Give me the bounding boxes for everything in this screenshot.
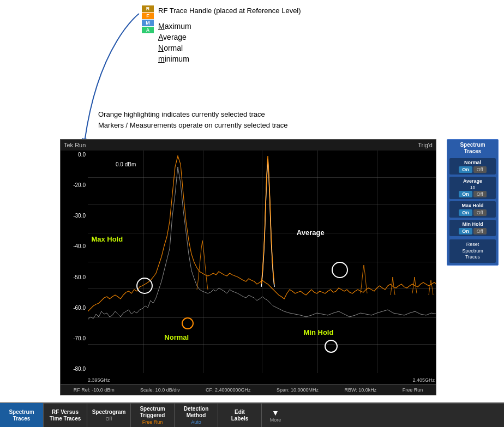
toolbar-spectrogram[interactable]: Spectrogram Off	[87, 403, 131, 427]
reset-spectrum-traces-button[interactable]: ResetSpectrumTraces	[449, 239, 496, 263]
trace-maxhold-on-button[interactable]: On	[459, 209, 472, 216]
toolbar-more[interactable]: ▼ More	[262, 403, 289, 427]
trace-minhold-buttons: On Off	[451, 228, 494, 234]
spectrum-traces-svg	[88, 151, 436, 373]
trace-item-normal: Normal	[158, 44, 191, 52]
ylabel-2: -30.0	[63, 213, 86, 219]
trace-average-name: Average	[451, 178, 494, 184]
toolbar-spectrum-triggered[interactable]: SpectrumTriggered Free Run	[131, 403, 175, 427]
trace-normal-name: Normal	[451, 160, 494, 165]
trace-minhold-off-button[interactable]: Off	[473, 228, 487, 234]
trace-normal-on-button[interactable]: On	[459, 166, 472, 173]
annotation-area: R F M A RF Trace Handle (placed at Refer…	[0, 0, 504, 136]
highlight-note: Orange highlighting indicates currently …	[98, 109, 288, 130]
trace-item-maximum: Maximum	[158, 22, 191, 31]
status-span: Span: 10.0000MHz	[277, 387, 319, 393]
trace-minhold-on-button[interactable]: On	[459, 228, 472, 234]
trace-average-off-button[interactable]: Off	[473, 191, 487, 197]
scope-display: Tek Run Trig'd 0.0 -20.0 -30.0 -40.0 -50…	[60, 139, 436, 395]
toolbar-detection-method[interactable]: DetectionMethod Auto	[175, 403, 218, 427]
toolbar-spectrum-traces[interactable]: SpectrumTraces	[0, 403, 44, 427]
trace-minhold-name: Min Hold	[451, 221, 494, 227]
spectrogram-label: Spectrogram	[92, 409, 126, 416]
ref-dBm-label: 0.0 dBm	[116, 161, 136, 167]
freq-label-left: 2.395GHz	[88, 377, 110, 383]
scope-yaxis: 0.0 -20.0 -30.0 -40.0 -50.0 -60.0 -70.0 …	[61, 151, 88, 373]
trace-group-average: Average 16 On Off	[449, 177, 496, 199]
toolbar-edit-labels[interactable]: EditLabels	[218, 403, 262, 427]
spectrum-triggered-sub: Free Run	[142, 419, 163, 425]
ylabel-5: -60.0	[63, 305, 86, 311]
trace-average-count: 16	[451, 185, 494, 190]
trace-handle-label: RF Trace Handle (placed at Reference Lev…	[158, 7, 301, 15]
trace-group-normal: Normal On Off	[449, 158, 496, 175]
bottom-toolbar: SpectrumTraces RF VersusTime Traces Spec…	[0, 402, 504, 427]
scope-topbar: Tek Run Trig'd	[61, 140, 436, 151]
rf-versus-time-label: RF VersusTime Traces	[50, 409, 81, 422]
handle-row-a: A	[142, 27, 154, 33]
handle-row-f: F	[142, 13, 154, 19]
trace-item-average: Average	[158, 33, 191, 41]
scope-plot: Max Hold Average Normal Min Hold 0.0 dBm	[88, 151, 436, 373]
trace-group-minhold: Min Hold On Off	[449, 220, 496, 236]
scope-trig-label: Trig'd	[418, 142, 433, 148]
spectrum-traces-label: SpectrumTraces	[9, 409, 34, 422]
trace-normal-buttons: On Off	[451, 166, 494, 173]
spectrum-triggered-label: SpectrumTriggered	[140, 406, 165, 419]
panel-title: SpectrumTraces	[449, 142, 496, 155]
trace-maxhold-buttons: On Off	[451, 209, 494, 216]
more-icon: ▼	[272, 408, 279, 417]
ylabel-6: -70.0	[63, 335, 86, 341]
detection-method-sub: Auto	[191, 419, 201, 425]
ylabel-1: -20.0	[63, 182, 86, 188]
spectrogram-sub: Off	[106, 416, 112, 422]
status-scale: Scale: 10.0 dB/div	[140, 387, 180, 393]
status-cf: CF: 2.40000000GHz	[206, 387, 251, 393]
ylabel-3: -40.0	[63, 243, 86, 249]
status-rbw: RBW: 10.0kHz	[344, 387, 376, 393]
scope-run-label: Tek Run	[64, 142, 86, 148]
trace-average-on-button[interactable]: On	[459, 191, 472, 197]
min-hold-label: Min Hold	[304, 328, 334, 336]
spectrum-traces-panel: SpectrumTraces Normal On Off Average 16 …	[447, 139, 499, 266]
trace-items-list: Maximum Average Normal minimum	[158, 22, 191, 65]
ylabel-0: 0.0	[63, 152, 86, 158]
trace-item-minimum: minimum	[158, 55, 191, 63]
trace-maxhold-off-button[interactable]: Off	[473, 209, 487, 216]
ylabel-4: -50.0	[63, 274, 86, 280]
freq-label-right: 2.405GHz	[412, 377, 435, 383]
detection-method-label: DetectionMethod	[184, 406, 209, 419]
rf-handle-icon: R F M A	[142, 5, 154, 38]
trace-average-buttons: On Off	[451, 191, 494, 197]
trace-maxhold-name: Max Hold	[451, 203, 494, 208]
more-label: More	[270, 417, 281, 423]
status-mode: Free Run	[403, 387, 423, 393]
max-hold-label: Max Hold	[91, 235, 123, 243]
normal-label: Normal	[164, 333, 189, 341]
handle-row-r: R	[142, 5, 154, 12]
average-label: Average	[297, 228, 325, 237]
status-ref: RF Ref: -10.0 dBm	[74, 387, 115, 393]
scope-statusbar: RF Ref: -10.0 dBm Scale: 10.0 dB/div CF:…	[61, 384, 436, 395]
trace-normal-off-button[interactable]: Off	[473, 166, 487, 173]
handle-row-m: M	[142, 20, 154, 26]
trace-group-maxhold: Max Hold On Off	[449, 201, 496, 218]
edit-labels-label: EditLabels	[231, 409, 249, 422]
ylabel-7: -80.0	[63, 366, 86, 372]
toolbar-rf-versus-time-traces[interactable]: RF VersusTime Traces	[44, 403, 87, 427]
